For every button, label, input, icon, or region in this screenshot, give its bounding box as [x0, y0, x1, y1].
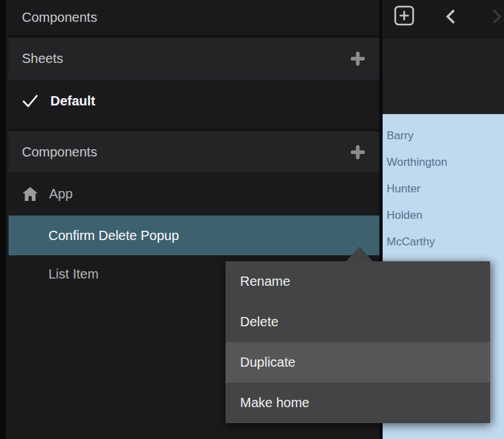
previous-sheet-button[interactable]	[445, 9, 456, 25]
add-sheet-button[interactable]	[350, 52, 365, 66]
components-section-header: Components	[9, 129, 379, 172]
menu-item-label: Delete	[240, 314, 279, 330]
list-item[interactable]: Holden	[383, 202, 504, 229]
plus-square-icon	[394, 5, 414, 26]
sheets-section-header: Sheets	[9, 35, 379, 80]
list-item-name: Holden	[387, 209, 422, 222]
list-item-name: McCarthy	[387, 235, 435, 249]
next-sheet-button[interactable]	[492, 9, 503, 25]
chevron-right-icon	[492, 9, 503, 25]
component-item-label: List Item	[48, 267, 99, 282]
component-item-app[interactable]: App	[9, 172, 379, 216]
component-item-label: App	[49, 186, 73, 202]
list-item[interactable]: Barry	[383, 123, 504, 149]
component-item-confirm-delete-popup[interactable]: Confirm Delete Popup	[9, 216, 379, 255]
context-menu-caret	[346, 247, 373, 261]
home-icon	[22, 186, 38, 202]
menu-item-make-home[interactable]: Make home	[225, 383, 490, 423]
menu-item-label: Rename	[240, 274, 290, 289]
sheets-section-label: Sheets	[22, 51, 63, 66]
left-edge-rail	[0, 0, 6, 439]
list-item[interactable]: McCarthy	[383, 229, 504, 255]
list-item-name: Worthington	[387, 156, 447, 169]
menu-item-label: Duplicate	[240, 355, 295, 370]
panel-title-label: Components	[22, 10, 97, 25]
checkmark-icon	[22, 94, 38, 108]
component-context-menu: Rename Delete Duplicate Make home	[225, 261, 490, 423]
sheet-item-default[interactable]: Default	[9, 81, 379, 121]
chevron-left-icon	[445, 9, 456, 25]
app-window: Components Sheets Default Components	[0, 0, 504, 439]
list-item[interactable]: Hunter	[383, 176, 504, 202]
menu-item-rename[interactable]: Rename	[225, 261, 490, 302]
sheet-item-label: Default	[50, 94, 95, 109]
menu-item-delete[interactable]: Delete	[225, 302, 490, 342]
list-item-name: Hunter	[387, 182, 420, 196]
list-item-name: Barry	[387, 129, 414, 143]
plus-icon	[351, 52, 365, 66]
plus-icon	[351, 145, 365, 159]
add-component-button[interactable]	[350, 145, 365, 159]
new-sheet-button[interactable]	[394, 5, 414, 26]
components-section-label: Components	[22, 145, 97, 160]
menu-item-label: Make home	[240, 395, 310, 410]
menu-item-duplicate[interactable]: Duplicate	[225, 342, 490, 383]
preview-toolbar	[383, 0, 504, 38]
panel-title: Components	[9, 0, 379, 35]
list-item[interactable]: Worthington	[383, 149, 504, 176]
component-item-label: Confirm Delete Popup	[48, 228, 179, 243]
